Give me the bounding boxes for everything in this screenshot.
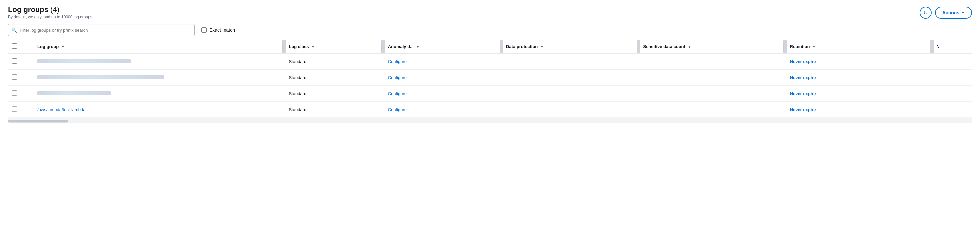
row-check-3[interactable] — [8, 86, 35, 102]
chevron-down-icon: ▼ — [961, 11, 965, 15]
header-select-all[interactable] — [8, 40, 35, 53]
exact-match-label[interactable]: Exact match — [201, 27, 235, 33]
logclass-cell-3: Standard — [286, 86, 381, 102]
title-area: Log groups (4) By default, we only load … — [8, 5, 93, 19]
header-retention[interactable]: Retention ▼ — [788, 40, 930, 53]
exact-match-text: Exact match — [209, 27, 235, 33]
sort-icon-dataprotection: ▼ — [540, 45, 544, 49]
divider-row3-2 — [381, 86, 385, 102]
anomaly-cell-1[interactable]: Configure — [385, 53, 500, 70]
header-anomaly-label: Anomaly d... — [388, 44, 414, 49]
divider-2 — [381, 40, 385, 53]
anomaly-cell-2[interactable]: Configure — [385, 70, 500, 86]
header-logclass-label: Log class — [289, 44, 309, 49]
divider-row3-6 — [930, 86, 934, 102]
sort-icon-anomaly: ▼ — [416, 45, 420, 49]
table-header-row: Log group ▼ Log class ▼ Anomaly d... ▼ — [8, 40, 972, 53]
anomaly-cell-3[interactable]: Configure — [385, 86, 500, 102]
retention-cell-1[interactable]: Never expire — [788, 53, 930, 70]
divider-row2-6 — [930, 70, 934, 86]
search-input[interactable] — [8, 24, 195, 36]
divider-row3-5 — [783, 86, 787, 102]
header-dataprotection[interactable]: Data protection ▼ — [503, 40, 637, 53]
select-all-checkbox[interactable] — [12, 43, 18, 49]
search-icon: 🔍 — [11, 27, 17, 33]
actions-button[interactable]: Actions ▼ — [935, 7, 972, 19]
never-expire-4[interactable]: Never expire — [790, 107, 816, 112]
horizontal-scrollbar[interactable] — [8, 118, 972, 123]
loggroup-link-4[interactable]: /aws/lambda/test-lambda — [37, 107, 86, 112]
divider-4 — [637, 40, 640, 53]
blurred-loggroup-2 — [37, 75, 164, 79]
sort-icon-retention: ▼ — [812, 45, 816, 49]
divider-row2-1 — [282, 70, 286, 86]
retention-cell-3[interactable]: Never expire — [788, 86, 930, 102]
never-expire-2[interactable]: Never expire — [790, 75, 816, 80]
scrollbar-thumb[interactable] — [8, 120, 68, 123]
logclass-cell-4: Standard — [286, 102, 381, 118]
divider-row2-5 — [783, 70, 787, 86]
dataprotection-cell-1: - — [503, 53, 637, 70]
anomaly-cell-4[interactable]: Configure — [385, 102, 500, 118]
never-expire-3[interactable]: Never expire — [790, 91, 816, 96]
table-wrapper: Log group ▼ Log class ▼ Anomaly d... ▼ — [8, 40, 972, 123]
table-row: Standard Configure - - Never expire - — [8, 53, 972, 70]
search-container: 🔍 — [8, 24, 195, 36]
divider-row4-6 — [930, 102, 934, 118]
actions-label: Actions — [942, 10, 959, 15]
divider-row3-1 — [282, 86, 286, 102]
dataprotection-cell-4: - — [503, 102, 637, 118]
dataprotection-cell-2: - — [503, 70, 637, 86]
more-cell-3: - — [934, 86, 972, 102]
divider-row1-5 — [783, 53, 787, 70]
divider-3 — [500, 40, 503, 53]
divider-row2-4 — [637, 70, 640, 86]
configure-link-3[interactable]: Configure — [388, 91, 407, 96]
row-check-1[interactable] — [8, 53, 35, 70]
divider-row1-1 — [282, 53, 286, 70]
divider-5 — [783, 40, 787, 53]
logclass-cell-2: Standard — [286, 70, 381, 86]
refresh-button[interactable]: ↻ — [920, 7, 932, 19]
logclass-cell-1: Standard — [286, 53, 381, 70]
page-container: Log groups (4) By default, we only load … — [0, 0, 980, 123]
more-cell-2: - — [934, 70, 972, 86]
header-senscount-label: Sensitive data count — [643, 44, 685, 49]
senscount-cell-4: - — [640, 102, 783, 118]
header-anomaly[interactable]: Anomaly d... ▼ — [385, 40, 500, 53]
loggroup-cell-4[interactable]: /aws/lambda/test-lambda — [35, 102, 282, 118]
retention-cell-4[interactable]: Never expire — [788, 102, 930, 118]
configure-link-4[interactable]: Configure — [388, 107, 407, 112]
row-checkbox-1[interactable] — [12, 58, 18, 64]
table-row: /aws/lambda/test-lambda Standard Configu… — [8, 102, 972, 118]
header-more-label: N — [937, 44, 940, 49]
page-subtitle: By default, we only load up to 10000 log… — [8, 15, 93, 19]
divider-row4-2 — [381, 102, 385, 118]
loggroup-cell-2 — [35, 70, 282, 86]
senscount-cell-3: - — [640, 86, 783, 102]
header-logclass[interactable]: Log class ▼ — [286, 40, 381, 53]
header-senscount[interactable]: Sensitive data count ▼ — [640, 40, 783, 53]
row-check-4[interactable] — [8, 102, 35, 118]
header-more: N — [934, 40, 972, 53]
dataprotection-cell-3: - — [503, 86, 637, 102]
divider-row2-3 — [500, 70, 503, 86]
header-row: Log groups (4) By default, we only load … — [8, 5, 972, 19]
configure-link-2[interactable]: Configure — [388, 75, 407, 80]
log-groups-table: Log group ▼ Log class ▼ Anomaly d... ▼ — [8, 40, 972, 118]
configure-link-1[interactable]: Configure — [388, 59, 407, 64]
table-row: Standard Configure - - Never expire - — [8, 70, 972, 86]
sort-icon-loggroup: ▼ — [61, 45, 65, 49]
exact-match-checkbox[interactable] — [201, 27, 207, 33]
page-title: Log groups (4) — [8, 5, 59, 14]
header-loggroup[interactable]: Log group ▼ — [35, 40, 282, 53]
never-expire-1[interactable]: Never expire — [790, 59, 816, 64]
header-loggroup-label: Log group — [37, 44, 59, 49]
row-check-2[interactable] — [8, 70, 35, 86]
row-checkbox-3[interactable] — [12, 90, 18, 96]
row-checkbox-4[interactable] — [12, 107, 18, 112]
retention-cell-2[interactable]: Never expire — [788, 70, 930, 86]
row-checkbox-2[interactable] — [12, 74, 18, 80]
divider-row4-5 — [783, 102, 787, 118]
divider-row3-4 — [637, 86, 640, 102]
